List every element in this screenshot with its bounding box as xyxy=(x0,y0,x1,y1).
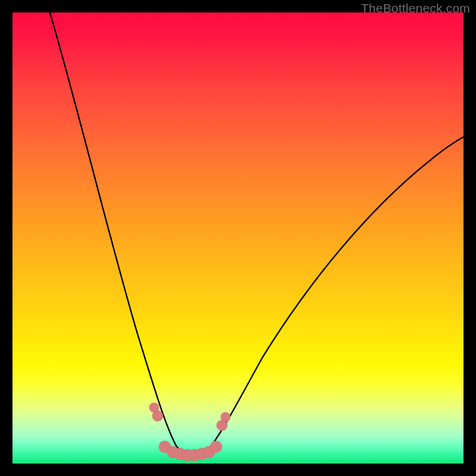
svg-point-1 xyxy=(152,411,163,421)
plot-area xyxy=(12,12,464,464)
watermark-text: TheBottleneck.com xyxy=(361,1,470,15)
left-curve xyxy=(48,12,190,455)
right-curve xyxy=(202,133,464,455)
svg-point-9 xyxy=(210,441,222,453)
svg-point-11 xyxy=(221,412,230,422)
curve-layer xyxy=(12,12,464,464)
